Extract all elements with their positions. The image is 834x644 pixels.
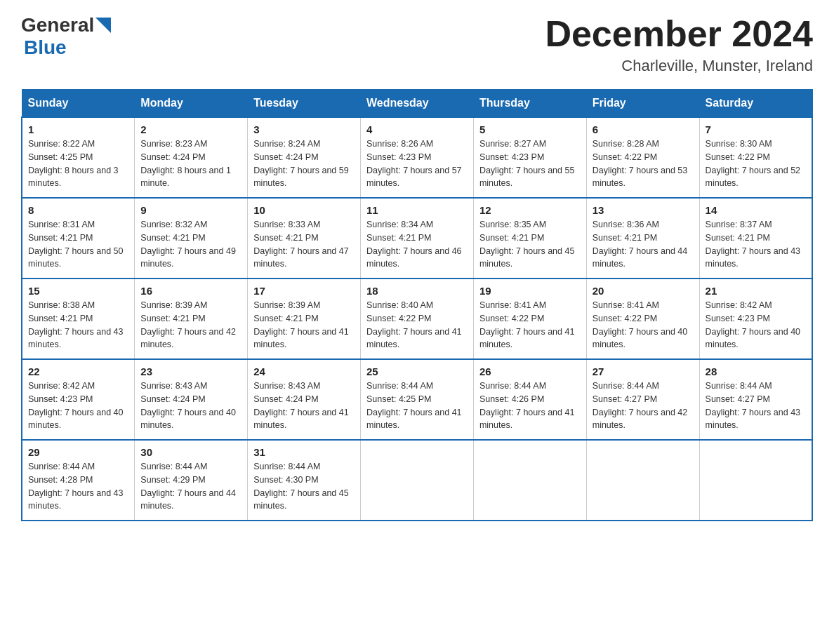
- day-info: Sunrise: 8:44 AM Sunset: 4:27 PM Dayligh…: [706, 380, 806, 432]
- calendar-cell: 17 Sunrise: 8:39 AM Sunset: 4:21 PM Dayl…: [248, 279, 361, 359]
- day-number: 13: [593, 204, 694, 216]
- day-info: Sunrise: 8:35 AM Sunset: 4:21 PM Dayligh…: [479, 218, 581, 271]
- day-number: 2: [140, 123, 241, 135]
- calendar-cell: 1 Sunrise: 8:22 AM Sunset: 4:25 PM Dayli…: [22, 117, 135, 198]
- calendar-cell: 19 Sunrise: 8:41 AM Sunset: 4:22 PM Dayl…: [473, 279, 586, 359]
- calendar-cell: 27 Sunrise: 8:44 AM Sunset: 4:27 PM Dayl…: [586, 359, 699, 440]
- day-number: 24: [253, 365, 355, 377]
- calendar-cell: 22 Sunrise: 8:42 AM Sunset: 4:23 PM Dayl…: [22, 359, 135, 440]
- day-number: 14: [706, 204, 806, 216]
- day-number: 25: [366, 365, 468, 377]
- day-info: Sunrise: 8:39 AM Sunset: 4:21 PM Dayligh…: [253, 299, 355, 351]
- calendar-cell: 3 Sunrise: 8:24 AM Sunset: 4:24 PM Dayli…: [248, 117, 361, 198]
- day-number: 17: [253, 285, 355, 297]
- day-info: Sunrise: 8:40 AM Sunset: 4:22 PM Dayligh…: [366, 299, 468, 351]
- day-info: Sunrise: 8:37 AM Sunset: 4:21 PM Dayligh…: [706, 218, 806, 271]
- day-info: Sunrise: 8:44 AM Sunset: 4:28 PM Dayligh…: [28, 460, 128, 513]
- calendar-cell: 10 Sunrise: 8:33 AM Sunset: 4:21 PM Dayl…: [248, 198, 361, 279]
- day-info: Sunrise: 8:34 AM Sunset: 4:21 PM Dayligh…: [366, 218, 468, 271]
- month-title: December 2024: [545, 14, 813, 54]
- day-info: Sunrise: 8:44 AM Sunset: 4:26 PM Dayligh…: [479, 380, 581, 432]
- logo-blue-text: Blue: [24, 36, 67, 59]
- calendar-cell: 7 Sunrise: 8:30 AM Sunset: 4:22 PM Dayli…: [699, 117, 812, 198]
- day-number: 23: [140, 365, 241, 377]
- calendar-cell: 21 Sunrise: 8:42 AM Sunset: 4:23 PM Dayl…: [699, 279, 812, 359]
- day-info: Sunrise: 8:44 AM Sunset: 4:25 PM Dayligh…: [366, 380, 468, 432]
- day-info: Sunrise: 8:42 AM Sunset: 4:23 PM Dayligh…: [706, 299, 806, 351]
- calendar-cell: [473, 440, 586, 521]
- calendar-cell: 30 Sunrise: 8:44 AM Sunset: 4:29 PM Dayl…: [135, 440, 248, 521]
- day-number: 30: [140, 446, 241, 458]
- day-info: Sunrise: 8:27 AM Sunset: 4:23 PM Dayligh…: [479, 137, 581, 190]
- location-subtitle: Charleville, Munster, Ireland: [545, 57, 813, 75]
- calendar-cell: 2 Sunrise: 8:23 AM Sunset: 4:24 PM Dayli…: [135, 117, 248, 198]
- day-info: Sunrise: 8:41 AM Sunset: 4:22 PM Dayligh…: [479, 299, 581, 351]
- day-number: 1: [28, 123, 128, 135]
- day-info: Sunrise: 8:24 AM Sunset: 4:24 PM Dayligh…: [253, 137, 355, 190]
- calendar-cell: 12 Sunrise: 8:35 AM Sunset: 4:21 PM Dayl…: [473, 198, 586, 279]
- header-friday: Friday: [586, 90, 699, 118]
- day-info: Sunrise: 8:43 AM Sunset: 4:24 PM Dayligh…: [140, 380, 241, 432]
- calendar-cell: [361, 440, 474, 521]
- day-info: Sunrise: 8:39 AM Sunset: 4:21 PM Dayligh…: [140, 299, 241, 351]
- calendar-cell: 11 Sunrise: 8:34 AM Sunset: 4:21 PM Dayl…: [361, 198, 474, 279]
- day-number: 3: [253, 123, 355, 135]
- calendar-cell: 24 Sunrise: 8:43 AM Sunset: 4:24 PM Dayl…: [248, 359, 361, 440]
- day-info: Sunrise: 8:44 AM Sunset: 4:27 PM Dayligh…: [593, 380, 694, 432]
- calendar-cell: [699, 440, 812, 521]
- calendar-cell: 20 Sunrise: 8:41 AM Sunset: 4:22 PM Dayl…: [586, 279, 699, 359]
- calendar-header-row: SundayMondayTuesdayWednesdayThursdayFrid…: [22, 90, 812, 118]
- calendar-cell: 9 Sunrise: 8:32 AM Sunset: 4:21 PM Dayli…: [135, 198, 248, 279]
- day-number: 28: [706, 365, 806, 377]
- day-number: 15: [28, 285, 128, 297]
- calendar-week-row: 22 Sunrise: 8:42 AM Sunset: 4:23 PM Dayl…: [22, 359, 812, 440]
- day-number: 11: [366, 204, 468, 216]
- calendar-week-row: 29 Sunrise: 8:44 AM Sunset: 4:28 PM Dayl…: [22, 440, 812, 521]
- calendar-cell: 26 Sunrise: 8:44 AM Sunset: 4:26 PM Dayl…: [473, 359, 586, 440]
- day-info: Sunrise: 8:28 AM Sunset: 4:22 PM Dayligh…: [593, 137, 694, 190]
- header-monday: Monday: [135, 90, 248, 118]
- header-saturday: Saturday: [699, 90, 812, 118]
- day-number: 29: [28, 446, 128, 458]
- day-info: Sunrise: 8:44 AM Sunset: 4:29 PM Dayligh…: [140, 460, 241, 513]
- calendar-week-row: 15 Sunrise: 8:38 AM Sunset: 4:21 PM Dayl…: [22, 279, 812, 359]
- calendar-week-row: 8 Sunrise: 8:31 AM Sunset: 4:21 PM Dayli…: [22, 198, 812, 279]
- page-header: General Blue December 2024 Charleville, …: [21, 14, 813, 75]
- logo-triangle-icon: [95, 18, 111, 33]
- calendar-cell: 16 Sunrise: 8:39 AM Sunset: 4:21 PM Dayl…: [135, 279, 248, 359]
- day-info: Sunrise: 8:26 AM Sunset: 4:23 PM Dayligh…: [366, 137, 468, 190]
- calendar-cell: [586, 440, 699, 521]
- calendar-week-row: 1 Sunrise: 8:22 AM Sunset: 4:25 PM Dayli…: [22, 117, 812, 198]
- day-info: Sunrise: 8:31 AM Sunset: 4:21 PM Dayligh…: [28, 218, 128, 271]
- day-number: 5: [479, 123, 581, 135]
- calendar-cell: 5 Sunrise: 8:27 AM Sunset: 4:23 PM Dayli…: [473, 117, 586, 198]
- day-number: 8: [28, 204, 128, 216]
- day-number: 20: [593, 285, 694, 297]
- header-sunday: Sunday: [22, 90, 135, 118]
- day-info: Sunrise: 8:38 AM Sunset: 4:21 PM Dayligh…: [28, 299, 128, 351]
- calendar-table: SundayMondayTuesdayWednesdayThursdayFrid…: [21, 89, 813, 521]
- day-info: Sunrise: 8:33 AM Sunset: 4:21 PM Dayligh…: [253, 218, 355, 271]
- day-number: 7: [706, 123, 806, 135]
- day-number: 22: [28, 365, 128, 377]
- day-number: 10: [253, 204, 355, 216]
- day-info: Sunrise: 8:22 AM Sunset: 4:25 PM Dayligh…: [28, 137, 128, 190]
- day-number: 9: [140, 204, 241, 216]
- header-tuesday: Tuesday: [248, 90, 361, 118]
- calendar-cell: 25 Sunrise: 8:44 AM Sunset: 4:25 PM Dayl…: [361, 359, 474, 440]
- calendar-cell: 31 Sunrise: 8:44 AM Sunset: 4:30 PM Dayl…: [248, 440, 361, 521]
- day-number: 18: [366, 285, 468, 297]
- calendar-cell: 6 Sunrise: 8:28 AM Sunset: 4:22 PM Dayli…: [586, 117, 699, 198]
- day-number: 4: [366, 123, 468, 135]
- calendar-cell: 13 Sunrise: 8:36 AM Sunset: 4:21 PM Dayl…: [586, 198, 699, 279]
- day-number: 31: [253, 446, 355, 458]
- calendar-cell: 18 Sunrise: 8:40 AM Sunset: 4:22 PM Dayl…: [361, 279, 474, 359]
- day-info: Sunrise: 8:41 AM Sunset: 4:22 PM Dayligh…: [593, 299, 694, 351]
- day-number: 27: [593, 365, 694, 377]
- calendar-cell: 28 Sunrise: 8:44 AM Sunset: 4:27 PM Dayl…: [699, 359, 812, 440]
- calendar-cell: 14 Sunrise: 8:37 AM Sunset: 4:21 PM Dayl…: [699, 198, 812, 279]
- day-info: Sunrise: 8:43 AM Sunset: 4:24 PM Dayligh…: [253, 380, 355, 432]
- title-area: December 2024 Charleville, Munster, Irel…: [545, 14, 813, 75]
- logo-general-text: General: [21, 14, 94, 36]
- svg-marker-0: [95, 18, 111, 33]
